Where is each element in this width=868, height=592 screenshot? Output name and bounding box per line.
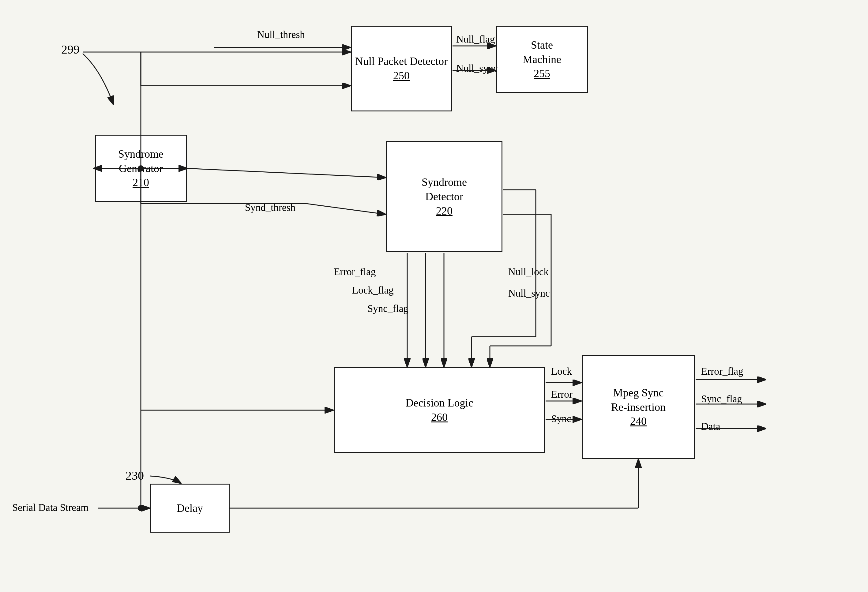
svg-point-3 xyxy=(138,505,144,511)
syndrome-generator-number: 210 xyxy=(133,176,149,190)
null-sync-bottom-label: Null_sync xyxy=(508,288,550,299)
syndrome-generator-block: SyndromeGenerator 210 xyxy=(95,135,187,202)
mpeg-sync-block: Mpeg SyncRe-insertion 240 xyxy=(582,355,695,459)
state-machine-title: StateMachine xyxy=(523,38,561,67)
mpeg-sync-title: Mpeg SyncRe-insertion xyxy=(611,386,666,415)
sync-out-label: Sync xyxy=(551,413,571,425)
null-thresh-label: Null_thresh xyxy=(257,29,305,40)
delay-title: Delay xyxy=(177,501,203,515)
syndrome-generator-title: SyndromeGenerator xyxy=(118,147,164,176)
synd-thresh-label: Synd_thresh xyxy=(245,202,295,213)
syndrome-detector-number: 220 xyxy=(436,204,453,218)
serial-data-label: Serial Data Stream xyxy=(12,502,89,513)
null-lock-label: Null_lock xyxy=(508,266,549,278)
syndrome-detector-title: SyndromeDetector xyxy=(422,175,467,204)
null-packet-detector-number: 250 xyxy=(393,69,410,83)
ref-230: 230 xyxy=(125,468,144,483)
lock-out-label: Lock xyxy=(551,366,572,377)
error-out-label: Error xyxy=(551,389,573,400)
null-flag-label: Null_flag xyxy=(456,34,495,45)
mpeg-sync-number: 240 xyxy=(630,414,647,428)
null-packet-detector-block: Null Packet Detector 250 xyxy=(351,26,452,111)
sync-flag-in-label: Sync_flag xyxy=(368,303,409,314)
null-packet-detector-title: Null Packet Detector xyxy=(355,54,447,69)
delay-block: Delay xyxy=(150,484,230,533)
decision-logic-number: 260 xyxy=(431,410,447,425)
error-flag-out-label: Error_flag xyxy=(701,366,743,377)
syndrome-detector-block: SyndromeDetector 220 xyxy=(386,141,502,252)
null-sync-top-label: Null_sync xyxy=(456,63,498,74)
svg-line-13 xyxy=(306,204,385,214)
decision-logic-block: Decision Logic 260 xyxy=(334,367,545,453)
state-machine-block: StateMachine 255 xyxy=(496,26,588,93)
svg-line-12 xyxy=(187,168,385,177)
state-machine-number: 255 xyxy=(534,66,550,81)
decision-logic-title: Decision Logic xyxy=(406,396,473,410)
diagram: Null Packet Detector 250 StateMachine 25… xyxy=(0,0,868,592)
error-flag-in-label: Error_flag xyxy=(334,266,376,278)
sync-flag-out-label: Sync_flag xyxy=(701,393,742,405)
data-out-label: Data xyxy=(701,421,720,432)
lock-flag-label: Lock_flag xyxy=(352,285,394,296)
ref-299: 299 xyxy=(61,42,80,57)
